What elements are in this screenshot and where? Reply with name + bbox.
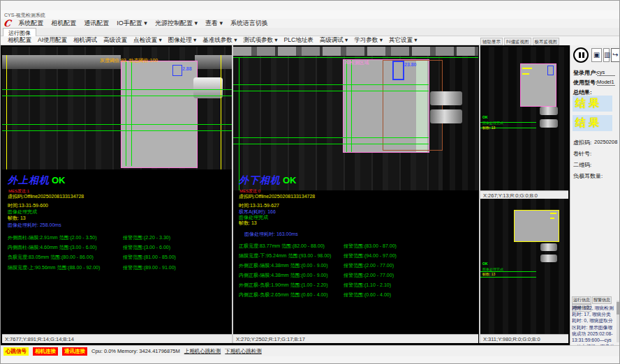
tool-advanced-settings[interactable]: 高级设置 bbox=[103, 36, 127, 45]
gripper-clamp bbox=[540, 255, 557, 262]
lower-camera-heartbeat-link[interactable]: 下相机心跳检测 bbox=[225, 348, 262, 355]
tab-run-image[interactable]: 运行图像 bbox=[3, 28, 36, 36]
ai-roi-label: AI检测区域 bbox=[345, 60, 369, 66]
menu-item-camera-config[interactable]: 相机配置 bbox=[51, 19, 76, 28]
tool-learning-params[interactable]: 学习参数 ▾ bbox=[354, 36, 383, 45]
machine-rail bbox=[195, 55, 232, 69]
alarm-range: 报警范围:(83.00 - 87.00) bbox=[344, 243, 397, 249]
menu-item-io-config[interactable]: IO手配置 ▾ bbox=[117, 19, 147, 28]
measure-text: 外侧圆柱-隔膜:2.91mm 范围:(2.00 - 3.50) bbox=[8, 235, 97, 240]
pixel-status-upper: X:7677;Y:891;R:14;G:14;B:14 bbox=[2, 334, 232, 343]
exit-button[interactable]: ↪ bbox=[611, 48, 620, 62]
heartbeat-badge: 心跳信号 bbox=[3, 347, 29, 356]
thumb-result-ok: OK bbox=[482, 115, 488, 119]
divider-icon: ▥ bbox=[604, 51, 610, 59]
alarm-range: 报警范围:(0.60 - 4.00) bbox=[344, 292, 391, 298]
thumb-process-done: 图像处理完成 bbox=[482, 121, 503, 125]
tab-deviation-monitor[interactable]: 纠偏监视图 bbox=[504, 38, 531, 45]
thumb-frame-count: 帧数: 13 bbox=[482, 126, 495, 130]
info-scrollbar[interactable] bbox=[617, 301, 620, 342]
measure-text: 隔膜宽度-上:90.56mm 范围:(88.00 - 92.00) bbox=[8, 265, 100, 270]
tool-bar: 相机配置 AI使用配置 相机调试 高级设置 点检设置 ▾ 图像处理 ▾ 基准线参… bbox=[1, 36, 480, 45]
pause-icon bbox=[582, 52, 584, 58]
tool-test-item-params[interactable]: 测试项参数 ▾ bbox=[243, 36, 277, 45]
monitor-view-bottom[interactable]: OK 图像处理完成 帧数: 13 bbox=[480, 199, 568, 334]
pause-button[interactable] bbox=[573, 47, 589, 63]
alarm-range: 报警范围:(94.00 - 97.00) bbox=[344, 253, 397, 259]
measure-line-horizontal bbox=[480, 277, 536, 278]
tool-image-processing[interactable]: 图像处理 ▾ bbox=[168, 36, 197, 45]
monitor-image-bottom[interactable]: OK 图像处理完成 帧数: 13 bbox=[480, 199, 568, 334]
virtual-code-value: 20250208 bbox=[594, 139, 617, 145]
model-label: 使用型号: bbox=[573, 79, 598, 86]
login-user-value[interactable]: cys bbox=[597, 69, 615, 76]
edge-line bbox=[239, 57, 239, 190]
scrollbar-thumb[interactable] bbox=[617, 302, 620, 314]
measure-line-horizontal bbox=[233, 91, 429, 91]
tool-baseline-params[interactable]: 基准线参数 ▾ bbox=[202, 36, 237, 45]
tab-alarm-info[interactable]: 报警信息 bbox=[592, 296, 612, 304]
divider-button[interactable]: ▥ bbox=[603, 48, 610, 62]
measure-tag: 2.88 bbox=[182, 66, 192, 72]
thumb-result-ok: OK bbox=[482, 261, 488, 266]
menu-bar: C 系统配置 相机配置 通讯配置 IO手配置 ▾ 光源控制配置 ▾ 查看 ▾ 系… bbox=[1, 19, 619, 28]
edge-line bbox=[346, 60, 347, 152]
side-panel: ▣ ▥ ↪ 登录用户: cys 使用型号: Model1 总结果: 结果 结果 … bbox=[570, 45, 620, 345]
tool-other-settings[interactable]: 其它设置 ▾ bbox=[389, 36, 418, 45]
tool-plc-address-table[interactable]: PLC地址表 bbox=[284, 36, 313, 45]
tool-spot-check[interactable]: 点检设置 ▾ bbox=[133, 36, 162, 45]
monitor-icon: ▣ bbox=[593, 51, 600, 59]
edge-line bbox=[351, 60, 352, 152]
camera-view-lower[interactable]: AI检测区域 23.80 外下相机OK MES发送:0 虚拟码:Offline2… bbox=[233, 47, 478, 334]
menu-item-language-switch[interactable]: 系统语言切换 bbox=[230, 19, 268, 28]
tab-aux-display[interactable]: 辅助显示 bbox=[480, 38, 503, 45]
alarm-range: 报警范围:(1.10 - 2.10) bbox=[344, 282, 391, 288]
measure-text: 负极宽度:83.05mm 范围:(80.00 - 86.00) bbox=[8, 255, 94, 259]
edge-line bbox=[126, 61, 126, 166]
process-elapsed: 图像处理耗时: 258.00ms bbox=[8, 222, 61, 228]
monitor-view-top[interactable]: OK 图像处理完成 帧数: 13 bbox=[480, 47, 568, 190]
mes-status: MES发送:0 bbox=[239, 188, 260, 194]
upper-camera-heartbeat-link[interactable]: 上相机心跳检测 bbox=[184, 348, 221, 355]
measure-line-horizontal bbox=[2, 130, 232, 131]
thumb-process-done: 图像处理完成 bbox=[482, 267, 503, 271]
monitor-image-top[interactable]: OK 图像处理完成 帧数: 13 bbox=[480, 47, 568, 190]
menu-item-view[interactable]: 查看 ▾ bbox=[205, 19, 223, 28]
tab-algo-time: 极耳A(耗时): 166 bbox=[239, 209, 276, 215]
thumb-frame-count: 帧数: 13 bbox=[482, 272, 495, 276]
tab-run-info[interactable]: 运行信息 bbox=[572, 296, 591, 304]
measure-line-horizontal bbox=[233, 144, 429, 144]
alarm-range: 报警范围:(3.00 - 6.00) bbox=[123, 245, 170, 250]
measure-roi-box bbox=[172, 65, 182, 76]
cpu-memory-text: Cpu: 0.0% Memory: 3424.41796875M bbox=[91, 348, 180, 354]
alarm-range: 报警范围:(2.00 - 77.00) bbox=[344, 273, 394, 278]
measure-text: 隔膜宽度-下:95.24mm 范围:(93.00 - 98.00) bbox=[239, 253, 331, 258]
camera-view-upper[interactable]: 灰度阈值:93, 动态阈值:100 2.88 外上相机OK MES发送:1 虚拟… bbox=[2, 47, 232, 334]
winding-pin-label: 卷针号: bbox=[573, 150, 591, 158]
app-logo-icon: C bbox=[3, 20, 11, 27]
tab-tab-monitor[interactable]: 极耳监视图 bbox=[533, 38, 560, 45]
pixel-status-thumb-top: X:267;Y:13;R:0;G:0;B:0 bbox=[480, 190, 568, 199]
camera-image-lower[interactable]: AI检测区域 23.80 bbox=[233, 47, 478, 190]
menu-item-system-config[interactable]: 系统配置 bbox=[18, 19, 43, 28]
app-window: CYS-视觉检测系统 C 系统配置 相机配置 通讯配置 IO手配置 ▾ 光源控制… bbox=[0, 0, 620, 364]
camera-image-upper[interactable]: 灰度阈值:93, 动态阈值:100 2.88 bbox=[2, 47, 232, 169]
tool-ai-usage-config[interactable]: AI使用配置 bbox=[38, 36, 67, 45]
monitor-button[interactable]: ▣ bbox=[591, 48, 602, 62]
measure-text: 内侧圆柱-隔膜:4.60mm 范围:(3.00 - 6.00) bbox=[8, 245, 97, 250]
menu-item-comm-config[interactable]: 通讯配置 bbox=[84, 19, 109, 28]
tool-camera-config[interactable]: 相机配置 bbox=[8, 36, 31, 45]
menu-item-light-config[interactable]: 光源控制配置 ▾ bbox=[155, 19, 198, 28]
alarm-range: 报警范围:(89.00 - 91.00) bbox=[123, 265, 176, 271]
status-bar: 心跳信号 相机连接 通讯连接 Cpu: 0.0% Memory: 3424.41… bbox=[1, 345, 620, 356]
gripper-clamp bbox=[540, 243, 557, 251]
measure-mark bbox=[550, 213, 556, 214]
model-value[interactable]: Model1 bbox=[597, 79, 615, 86]
measure-tag: 23.80 bbox=[404, 62, 417, 68]
virtual-code: 虚拟码:Offline20250208133134728 bbox=[239, 194, 315, 199]
result-ok: OK bbox=[52, 175, 66, 185]
frame-count: 帧数: 13 bbox=[8, 215, 26, 221]
tool-camera-debug[interactable]: 相机调试 bbox=[73, 36, 97, 45]
tool-advanced-debug[interactable]: 高级调试 ▾ bbox=[320, 36, 348, 45]
edge-line bbox=[131, 61, 132, 166]
